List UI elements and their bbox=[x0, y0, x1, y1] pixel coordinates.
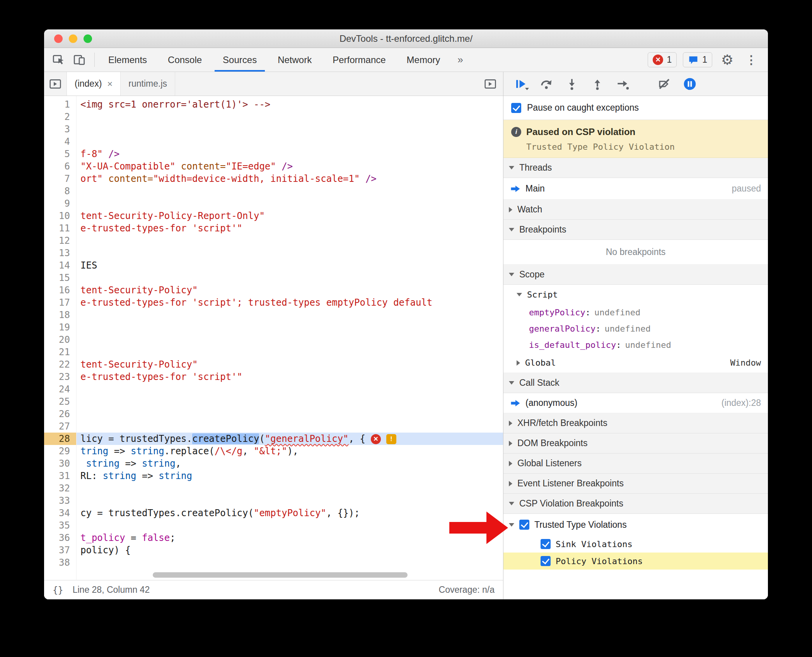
gutter-line-16[interactable]: 16 bbox=[44, 284, 76, 296]
gutter-line-11[interactable]: 11 bbox=[44, 222, 76, 234]
code-line-23[interactable]: e-trusted-types-for 'script'" bbox=[80, 371, 503, 383]
scope-variable-generalPolicy[interactable]: generalPolicy:undefined bbox=[503, 320, 768, 337]
scope-script-row[interactable]: Script bbox=[503, 285, 768, 304]
scope-section-header[interactable]: Scope bbox=[503, 265, 768, 285]
error-badge[interactable]: ✕ 1 bbox=[648, 52, 677, 67]
code-line-29[interactable]: tring => string.replace(/\</g, "&lt;"), bbox=[80, 445, 503, 457]
code-line-7[interactable]: ort" content="width=device-width, initia… bbox=[80, 173, 503, 185]
gutter-line-13[interactable]: 13 bbox=[44, 247, 76, 259]
navigator-toggle-button[interactable] bbox=[44, 72, 67, 96]
code-line-20[interactable] bbox=[80, 334, 503, 346]
settings-button[interactable]: ⚙ bbox=[718, 51, 736, 69]
pause-on-caught-row[interactable]: Pause on caught exceptions bbox=[503, 96, 768, 120]
code-line-28[interactable]: licy = trustedTypes.createPolicy("genera… bbox=[77, 433, 503, 445]
gutter-line-33[interactable]: 33 bbox=[44, 494, 76, 507]
horizontal-scrollbar[interactable] bbox=[83, 572, 494, 578]
code-line-8[interactable] bbox=[80, 185, 503, 197]
code-line-27[interactable] bbox=[80, 420, 503, 433]
close-window-button[interactable] bbox=[54, 34, 63, 43]
code-line-12[interactable] bbox=[80, 234, 503, 247]
code-line-21[interactable] bbox=[80, 346, 503, 358]
more-tabs-button[interactable]: » bbox=[450, 48, 470, 72]
code-line-35[interactable] bbox=[80, 519, 503, 532]
threads-section-header[interactable]: Threads bbox=[503, 158, 768, 178]
code-line-5[interactable]: f-8" /> bbox=[80, 148, 503, 160]
watch-section-header[interactable]: Watch bbox=[503, 200, 768, 220]
code-line-24[interactable] bbox=[80, 383, 503, 395]
code-line-1[interactable]: <img src=1 onerror='alert(1)'> --> bbox=[80, 98, 503, 111]
more-options-button[interactable]: ⋮ bbox=[742, 51, 760, 69]
format-code-icon[interactable]: {} bbox=[53, 585, 63, 595]
code-line-37[interactable]: policy) { bbox=[80, 544, 503, 556]
zoom-window-button[interactable] bbox=[84, 34, 92, 43]
code-line-25[interactable] bbox=[80, 395, 503, 408]
pause-on-caught-checkbox[interactable] bbox=[511, 103, 521, 113]
deactivate-breakpoints-button[interactable] bbox=[656, 76, 672, 92]
tab-elements[interactable]: Elements bbox=[98, 48, 157, 72]
code-line-14[interactable]: IES bbox=[80, 259, 503, 272]
gutter-line-38[interactable]: 38 bbox=[44, 556, 76, 569]
code-line-30[interactable]: string => string, bbox=[80, 457, 503, 470]
gutter-line-29[interactable]: 29 bbox=[44, 445, 76, 457]
gutter-line-14[interactable]: 14 bbox=[44, 259, 76, 272]
gutter-line-26[interactable]: 26 bbox=[44, 408, 76, 420]
code-line-3[interactable] bbox=[80, 123, 503, 135]
code-line-17[interactable]: e-trusted-types-for 'script'; trusted-ty… bbox=[80, 296, 503, 309]
step-button[interactable] bbox=[615, 76, 631, 92]
step-out-button[interactable] bbox=[589, 76, 606, 92]
gutter-line-8[interactable]: 8 bbox=[44, 185, 76, 197]
line-number-gutter[interactable]: 1234567891011121314151617181920212223242… bbox=[44, 96, 77, 580]
code-line-15[interactable] bbox=[80, 272, 503, 284]
gutter-line-36[interactable]: 36 bbox=[44, 532, 76, 544]
gutter-line-17[interactable]: 17 bbox=[44, 296, 76, 309]
issues-badge[interactable]: 1 bbox=[683, 52, 712, 67]
gutter-line-22[interactable]: 22 bbox=[44, 358, 76, 371]
gutter-line-2[interactable]: 2 bbox=[44, 111, 76, 123]
file-tab-runtime[interactable]: runtime.js bbox=[121, 72, 175, 96]
tab-network[interactable]: Network bbox=[267, 48, 322, 72]
tab-sources[interactable]: Sources bbox=[212, 48, 267, 72]
device-toolbar-button[interactable] bbox=[70, 51, 88, 69]
gutter-line-24[interactable]: 24 bbox=[44, 383, 76, 395]
code-line-6[interactable]: "X-UA-Compatible" content="IE=edge" /> bbox=[80, 160, 503, 173]
code-editor[interactable]: 1234567891011121314151617181920212223242… bbox=[44, 96, 503, 580]
global-listeners-section-header[interactable]: Global Listeners bbox=[503, 453, 768, 474]
file-tab-index[interactable]: (index) × bbox=[67, 72, 121, 96]
minimize-window-button[interactable] bbox=[69, 34, 77, 43]
gutter-line-31[interactable]: 31 bbox=[44, 470, 76, 482]
code-line-36[interactable]: t_policy = false; bbox=[80, 532, 503, 544]
gutter-line-34[interactable]: 34 bbox=[44, 507, 76, 519]
gutter-line-32[interactable]: 32 bbox=[44, 482, 76, 494]
trusted-type-violations-checkbox[interactable] bbox=[519, 520, 529, 530]
gutter-line-3[interactable]: 3 bbox=[44, 123, 76, 135]
tab-performance[interactable]: Performance bbox=[322, 48, 396, 72]
tab-console[interactable]: Console bbox=[157, 48, 212, 72]
gutter-line-23[interactable]: 23 bbox=[44, 371, 76, 383]
step-into-button[interactable] bbox=[564, 76, 580, 92]
code-line-32[interactable] bbox=[80, 482, 503, 494]
scrollbar-thumb[interactable] bbox=[153, 572, 408, 578]
scope-variable-is_default_policy[interactable]: is_default_policy:undefined bbox=[503, 337, 768, 353]
policy-violations-checkbox[interactable] bbox=[541, 556, 551, 566]
xhr-breakpoints-section-header[interactable]: XHR/fetch Breakpoints bbox=[503, 413, 768, 433]
resume-script-button[interactable] bbox=[513, 76, 529, 92]
gutter-line-19[interactable]: 19 bbox=[44, 321, 76, 334]
event-listener-breakpoints-section-header[interactable]: Event Listener Breakpoints bbox=[503, 474, 768, 494]
gutter-line-9[interactable]: 9 bbox=[44, 197, 76, 210]
code-line-31[interactable]: RL: string => string bbox=[80, 470, 503, 482]
code-line-19[interactable] bbox=[80, 321, 503, 334]
code-line-11[interactable]: e-trusted-types-for 'script'" bbox=[80, 222, 503, 234]
code-line-10[interactable]: tent-Security-Policy-Report-Only" bbox=[80, 210, 503, 222]
gutter-line-7[interactable]: 7 bbox=[44, 173, 76, 185]
breakpoint-sink-violations[interactable]: Sink Violations bbox=[503, 536, 768, 553]
inspect-element-button[interactable] bbox=[49, 51, 67, 69]
gutter-line-37[interactable]: 37 bbox=[44, 544, 76, 556]
gutter-line-20[interactable]: 20 bbox=[44, 334, 76, 346]
panel-right-toggle-button[interactable] bbox=[481, 75, 499, 93]
code-line-16[interactable]: tent-Security-Policy" bbox=[80, 284, 503, 296]
code-line-13[interactable] bbox=[80, 247, 503, 259]
code-line-33[interactable] bbox=[80, 494, 503, 507]
dom-breakpoints-section-header[interactable]: DOM Breakpoints bbox=[503, 433, 768, 453]
gutter-line-10[interactable]: 10 bbox=[44, 210, 76, 222]
gutter-line-5[interactable]: 5 bbox=[44, 148, 76, 160]
